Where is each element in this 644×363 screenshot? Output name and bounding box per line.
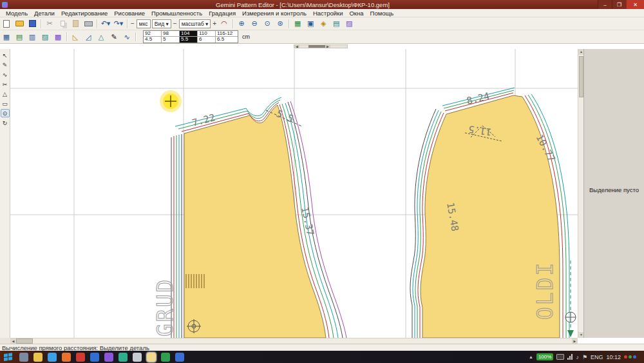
ruler-triangle-icon[interactable]: ◺ [70,32,81,42]
mini-scroll-thumb[interactable] [308,45,325,48]
table-icon-3[interactable]: ▥ [26,32,38,42]
arc-tool-icon[interactable]: ◠ [218,19,230,29]
pencil-tool[interactable]: ✎ [1,61,10,69]
redo-button[interactable]: ↷▾ [113,19,124,29]
keyboard-icon[interactable] [556,354,564,360]
table-icon-1[interactable]: ▦ [1,32,12,42]
set-square-icon[interactable]: ◿ [82,32,94,42]
select-tool[interactable]: ↖ [1,51,10,59]
menu-settings[interactable]: Настройки [310,10,346,17]
open-file-button[interactable] [14,19,25,29]
taskbar-app-blue2[interactable] [175,353,184,362]
vertical-scrollbar[interactable]: ▲ ▼ [578,49,583,338]
pattern-piece-left[interactable]: 7.22 5.5 15.37 GRUD [153,97,346,338]
view-dropdown[interactable]: Вид ▾ [152,19,171,28]
minimize-button[interactable]: – [598,0,612,9]
action-center-icon[interactable]: ⚑ [582,354,587,360]
options-icon[interactable]: ▨ [343,19,355,29]
menu-edit[interactable]: Редактирование [58,10,111,17]
layers-icon[interactable]: ▣ [305,19,316,29]
table-icon-4[interactable]: ▨ [39,32,51,42]
scroll-left-icon[interactable]: ◀ [10,338,16,344]
taskbar-app-green-table[interactable] [161,353,170,362]
pattern-table-icon[interactable]: ◈ [317,19,329,29]
table-icon-2[interactable]: ▤ [14,32,25,42]
value-cell-2[interactable]: 5 [162,37,180,43]
grid-view-icon[interactable]: ▦ [292,19,303,29]
new-document-button[interactable] [1,19,12,29]
value-cell-5[interactable]: 6.5 [216,37,238,43]
print-button[interactable] [82,19,94,29]
pencil-tool-icon[interactable]: ✎ [108,32,120,42]
scale-decrement[interactable]: − [173,20,177,27]
zoom-actual-icon[interactable]: ⊙ [261,19,273,29]
value-cell-3-selected[interactable]: 5.5 [180,37,198,43]
pattern-piece-right[interactable]: 8.24 11.5 10.77 15.48 OLDI [410,88,576,338]
cut-button[interactable]: ✂ [44,19,55,29]
scale-increment[interactable]: + [213,20,216,27]
copy-button[interactable] [57,19,68,29]
network-icon[interactable] [567,354,573,360]
tray-extra-icons[interactable] [624,355,636,358]
taskbar-app-browser-blue[interactable] [48,353,57,362]
menu-help[interactable]: Помощь [367,10,397,17]
drawing-canvas[interactable]: 7.22 5.5 15.37 GRUD [10,49,578,338]
zoom-fit-icon[interactable]: ⊛ [274,19,286,29]
volume-icon[interactable]: ♪ [576,354,579,360]
start-button[interactable] [0,351,17,363]
curve-tool[interactable]: ∿ [1,70,10,79]
taskbar-app-ie[interactable] [90,353,99,362]
value-cell-1[interactable]: 4.5 [144,37,162,43]
mini-scroll-right-icon[interactable]: ▶ [325,45,330,48]
undo-button[interactable]: ↶▾ [100,19,111,29]
piece-list-icon[interactable]: ▤ [330,19,342,29]
menu-grading[interactable]: Градация [205,10,239,17]
ruler-tool[interactable]: △ [1,90,10,98]
menu-windows[interactable]: Окна [346,10,366,17]
clock[interactable]: 10:12 [606,354,621,360]
scroll-right-icon[interactable]: ▶ [572,338,578,344]
mini-scroll-left-icon[interactable]: ◀ [294,45,299,48]
tray-dot-red[interactable] [624,355,627,358]
tray-dot-green[interactable] [629,355,632,358]
horizontal-scroll-thumb[interactable] [16,338,33,344]
curve-tool-icon[interactable]: ∿ [121,32,133,42]
rotate-tool[interactable]: ↻ [1,119,10,127]
taskbar-app-opera[interactable] [76,353,85,362]
taskbar-app-folder[interactable] [33,353,43,362]
paste-button[interactable] [70,19,81,29]
mks-decrement[interactable]: − [131,20,135,27]
zoom-in-icon[interactable]: ⊕ [236,19,247,29]
triangle-tool-icon[interactable]: △ [95,32,107,42]
cut-tool[interactable]: ✂ [1,80,10,88]
menu-measure-control[interactable]: Измерения и контроль [239,10,310,17]
menu-model[interactable]: Модель [3,10,31,17]
taskbar-app-teal[interactable] [118,353,128,362]
language-indicator[interactable]: ENG [591,354,603,360]
taskbar-app-gemini-active[interactable] [147,353,156,362]
taskbar-app-gray[interactable] [133,353,142,362]
close-button[interactable]: ✕ [626,0,644,9]
horizontal-scrollbar[interactable]: ◀ ▶ [10,338,578,344]
rectangle-tool[interactable]: ▭ [1,99,10,108]
taskbar-app-explorer[interactable] [19,353,28,362]
vertical-scroll-thumb[interactable] [579,56,583,97]
maximize-button[interactable]: ❐ [612,0,626,9]
taskbar-app-purple[interactable] [104,353,113,362]
zoom-tool-active[interactable]: ⊙ [1,109,10,117]
zoom-out-icon[interactable]: ⊖ [249,19,260,29]
scale-dropdown[interactable]: масштаб ▾ [179,19,211,28]
battery-indicator[interactable]: 100% [536,353,553,360]
size-table: 92 98 104 110 116-12 4.5 5 5.5 6 6.5 [143,30,238,43]
hidden-icons-icon[interactable]: ▲ [529,355,533,359]
menu-draw[interactable]: Рисование [111,10,148,17]
menu-industry[interactable]: Промышленность [148,10,205,17]
save-button[interactable] [26,19,38,29]
mks-field[interactable]: мкс [137,19,151,28]
value-cell-4[interactable]: 6 [198,37,216,43]
taskbar-app-firefox[interactable] [62,353,71,362]
tray-dot-blue[interactable] [633,355,636,358]
horizontal-mini-scrollbar[interactable]: ◀ ▶ [294,44,348,48]
table-icon-5[interactable]: ▩ [52,32,64,42]
menu-details[interactable]: Детали [31,10,58,17]
